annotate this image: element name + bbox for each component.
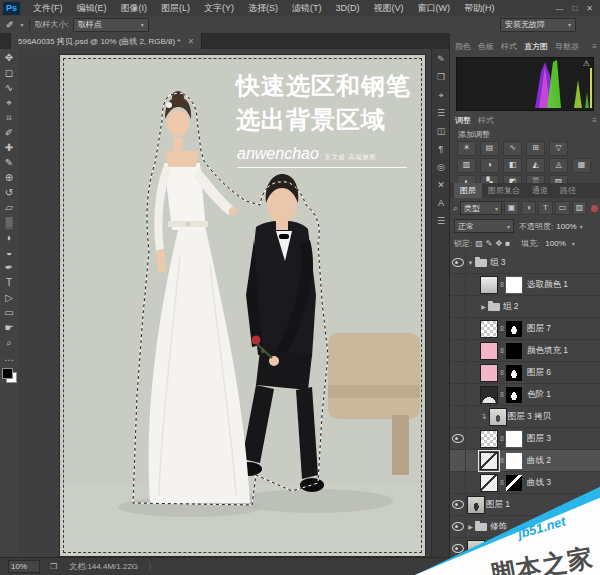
adjustment-thumbnail[interactable] [480, 452, 498, 470]
crop-tool-icon[interactable]: ⌗ [1, 110, 17, 125]
clone-stamp-tool-icon[interactable]: ⊕ [1, 170, 17, 185]
healing-brush-tool-icon[interactable]: ✚ [1, 140, 17, 155]
document-tab[interactable]: 596A0035 拷贝.psd @ 10% (曲线 2, RGB/8) * ✕ [11, 33, 202, 49]
brightness-contrast-icon[interactable]: ☀ [457, 141, 476, 156]
curves-icon[interactable]: ∿ [503, 141, 522, 156]
tab-color[interactable]: 颜色 [455, 41, 471, 52]
eraser-tool-icon[interactable]: ▱ [1, 200, 17, 215]
workspace-select[interactable]: 安装无故障 ▾ [500, 18, 576, 32]
layer-thumbnail[interactable] [480, 364, 498, 382]
creative-cloud-icon[interactable]: ◎ [433, 160, 449, 175]
tool-presets-panel-icon[interactable]: ⌖ [433, 88, 449, 103]
visibility-toggle[interactable] [450, 362, 466, 383]
menu-view[interactable]: 视图(V) [367, 0, 411, 16]
lock-all-icon[interactable]: ■ [505, 239, 510, 248]
eyedropper-tool-icon[interactable]: ✐ [1, 125, 17, 140]
color-balance-icon[interactable]: ◑ [480, 158, 499, 173]
lock-position-icon[interactable]: ✥ [496, 239, 503, 248]
channel-mixer-icon[interactable]: ◬ [549, 158, 568, 173]
layer-mask-thumbnail[interactable] [505, 386, 523, 404]
gradient-tool-icon[interactable]: ▒ [1, 215, 17, 230]
tab-close-icon[interactable]: ✕ [187, 37, 194, 46]
zoom-level-field[interactable]: 10% [8, 560, 40, 573]
layer-row-selective-color-1[interactable]: 8 选取颜色 1 [450, 274, 600, 296]
layer-mask-thumbnail[interactable] [505, 342, 523, 360]
blend-mode-select[interactable]: 正常 ▾ [454, 219, 514, 233]
menu-help[interactable]: 帮助(H) [457, 0, 502, 16]
layer-row-group3[interactable]: ▼ 组 3 [450, 252, 600, 274]
move-tool-icon[interactable]: ✥ [1, 50, 17, 65]
panel-menu-icon[interactable]: ≡ [592, 116, 597, 125]
brush-tool-icon[interactable]: ✎ [1, 155, 17, 170]
libraries-panel-icon[interactable]: ◫ [433, 124, 449, 139]
document-status-icon[interactable]: ❒ [50, 562, 57, 571]
clone-source-panel-icon[interactable]: ❐ [433, 70, 449, 85]
lock-pixels-icon[interactable]: ✎ [486, 239, 493, 248]
color-swatches[interactable] [2, 368, 17, 383]
collapse-arrow-icon[interactable]: ▶ [479, 303, 488, 310]
paragraph-styles-panel-icon[interactable]: ☰ [433, 214, 449, 229]
visibility-toggle[interactable] [450, 428, 466, 449]
filter-pixel-layers-icon[interactable]: ▣ [504, 201, 519, 215]
layer-mask-thumbnail[interactable] [505, 364, 523, 382]
photo-document[interactable]: 快速选区和钢笔 选出背景区域 anwenchao安文超 高端修图 [60, 55, 425, 556]
close-button[interactable]: ✕ [586, 4, 593, 13]
fill-thumbnail[interactable] [480, 342, 498, 360]
menu-select[interactable]: 选择(S) [241, 0, 285, 16]
visibility-toggle[interactable] [450, 384, 466, 405]
visibility-toggle[interactable] [450, 406, 466, 427]
adjustment-thumbnail[interactable] [480, 386, 498, 404]
eyedropper-icon[interactable]: ✐ [6, 20, 14, 30]
layer-row-layer7[interactable]: 8 图层 7 [450, 318, 600, 340]
menu-file[interactable]: 文件(F) [26, 0, 70, 16]
vibrance-icon[interactable]: ▽ [549, 141, 568, 156]
marquee-tool-icon[interactable]: ◻ [1, 65, 17, 80]
layer-thumbnail[interactable] [489, 408, 507, 426]
character-styles-panel-icon[interactable]: A [433, 196, 449, 211]
path-selection-tool-icon[interactable]: ▷ [1, 290, 17, 305]
brush-settings-panel-icon[interactable]: ✎ [433, 52, 449, 67]
menu-image[interactable]: 图像(I) [114, 0, 155, 16]
black-white-icon[interactable]: ◧ [503, 158, 522, 173]
lock-transparent-icon[interactable]: ▨ [475, 239, 483, 248]
extensions-panel-icon[interactable]: ✕ [433, 178, 449, 193]
hand-tool-icon[interactable]: ☛ [1, 320, 17, 335]
type-tool-icon[interactable]: T [1, 275, 17, 290]
layer-mask-thumbnail[interactable] [505, 452, 523, 470]
layer-row-layer3-copy[interactable]: ↴ 图层 3 拷贝 [450, 406, 600, 428]
layer-row-layer6[interactable]: 8 图层 6 [450, 362, 600, 384]
menu-edit[interactable]: 编辑(E) [70, 0, 114, 16]
lasso-tool-icon[interactable]: ∿ [1, 80, 17, 95]
tab-paths[interactable]: 路径 [554, 183, 582, 198]
sample-size-select[interactable]: 取样点 ▾ [73, 18, 149, 32]
fill-value[interactable]: 100% [545, 239, 565, 248]
visibility-toggle[interactable] [450, 340, 466, 361]
opacity-value[interactable]: 100% [556, 222, 576, 231]
menu-3d[interactable]: 3D(D) [329, 0, 367, 16]
canvas-area[interactable]: 快速选区和钢笔 选出背景区域 anwenchao安文超 高端修图 [18, 49, 432, 558]
shape-tool-icon[interactable]: ▭ [1, 305, 17, 320]
color-lookup-icon[interactable]: ▦ [572, 158, 591, 173]
blur-tool-icon[interactable]: ◗ [1, 230, 17, 245]
layer-mask-thumbnail[interactable] [505, 430, 523, 448]
quick-selection-tool-icon[interactable]: ⌖ [1, 95, 17, 110]
properties-panel-icon[interactable]: ☰ [433, 106, 449, 121]
menu-filter[interactable]: 滤镜(T) [285, 0, 329, 16]
panel-menu-icon[interactable]: ≡ [592, 42, 597, 51]
history-brush-tool-icon[interactable]: ↺ [1, 185, 17, 200]
foreground-color-swatch[interactable] [2, 368, 13, 379]
menu-type[interactable]: 文字(Y) [197, 0, 241, 16]
maximize-button[interactable]: □ [572, 4, 577, 13]
tab-styles[interactable]: 样式 [501, 41, 517, 52]
filter-type-layers-icon[interactable]: T [538, 201, 553, 215]
tab-adjustments[interactable]: 调整 [455, 115, 471, 126]
menu-window[interactable]: 窗口(W) [411, 0, 458, 16]
layer-thumbnail[interactable] [480, 320, 498, 338]
levels-icon[interactable]: ▤ [480, 141, 499, 156]
tab-histogram[interactable]: 直方图 [524, 41, 548, 52]
visibility-toggle[interactable] [450, 450, 466, 471]
visibility-toggle[interactable] [450, 296, 466, 317]
layer-mask-thumbnail[interactable] [505, 276, 523, 294]
filter-adjustment-layers-icon[interactable]: ◑ [521, 201, 536, 215]
layer-thumbnail[interactable] [480, 430, 498, 448]
